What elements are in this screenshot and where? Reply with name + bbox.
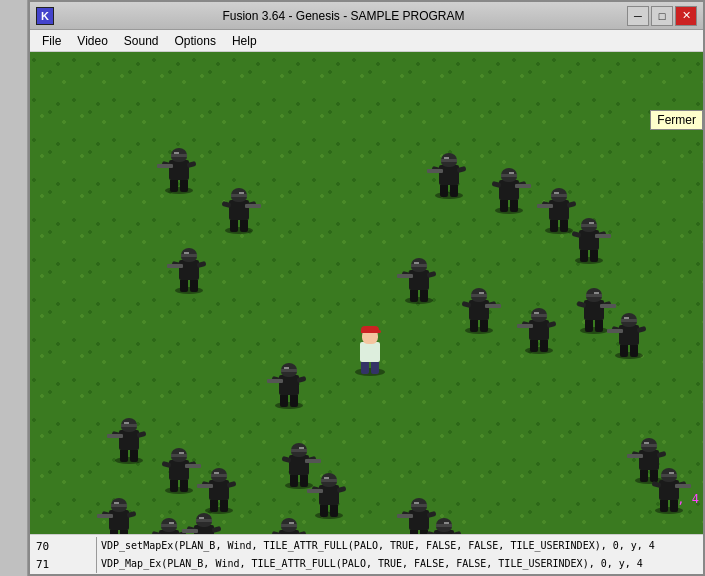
ninja-sprite: [200, 532, 238, 534]
window-title: Fusion 3.64 - Genesis - SAMPLE PROGRAM: [60, 9, 627, 23]
ninja-sprite: [160, 142, 198, 192]
window-controls: ─ □ ✕: [627, 6, 697, 26]
ninja-sprite: [310, 467, 348, 517]
ninja-sprite: [575, 282, 613, 332]
ninja-sprite: [520, 302, 558, 352]
title-bar: K Fusion 3.64 - Genesis - SAMPLE PROGRAM…: [30, 2, 703, 30]
menu-sound[interactable]: Sound: [116, 32, 167, 50]
left-panel: [0, 0, 28, 576]
menu-file[interactable]: File: [34, 32, 69, 50]
minimize-button[interactable]: ─: [627, 6, 649, 26]
ninja-sprite: [185, 507, 223, 534]
app-icon: K: [36, 7, 54, 25]
menu-options[interactable]: Options: [167, 32, 224, 50]
menu-help[interactable]: Help: [224, 32, 265, 50]
menu-video[interactable]: Video: [69, 32, 115, 50]
ninja-sprite: [460, 282, 498, 332]
maximize-button[interactable]: □: [651, 6, 673, 26]
ninja-sprite: [270, 512, 308, 534]
status-line2-code: VDP_Map_Ex(PLAN_B, Wind, TILE_ATTR_FULL(…: [99, 555, 699, 573]
main-window: K Fusion 3.64 - Genesis - SAMPLE PROGRAM…: [28, 0, 705, 576]
ninja-sprite: [400, 252, 438, 302]
ninja-sprite: [220, 182, 258, 232]
hero-sprite: [350, 322, 390, 374]
ninja-sprite: [100, 492, 138, 534]
fermer-tooltip: Fermer: [650, 110, 703, 130]
ninja-sprite: [530, 532, 568, 534]
status-divider-1: [96, 537, 97, 555]
ninja-sprite: [425, 512, 463, 534]
ninja-sprite: [490, 162, 528, 212]
ninja-sprite: [200, 462, 238, 512]
close-button[interactable]: ✕: [675, 6, 697, 26]
ninja-sprite: [110, 412, 148, 462]
ninja-sprite: [430, 147, 468, 197]
menu-bar: File Video Sound Options Help: [30, 30, 703, 52]
status-line2-num: 71: [34, 556, 94, 573]
game-canvas: Fermer 0, 4 0, 4,: [30, 52, 703, 534]
ninja-sprite: [650, 462, 688, 512]
status-bar: 70 VDP_setMapEx(PLAN_B, Wind, TILE_ATTR_…: [30, 534, 703, 574]
ninja-sprite: [610, 307, 648, 357]
ninja-sprite: [170, 242, 208, 292]
ninja-sprite: [270, 357, 308, 407]
status-line1-num: 70: [34, 538, 94, 555]
ninja-sprite: [570, 212, 608, 262]
status-divider-2: [96, 555, 97, 573]
ninja-sprite: [160, 442, 198, 492]
status-line1-code: VDP_setMapEx(PLAN_B, Wind, TILE_ATTR_FUL…: [99, 537, 699, 555]
